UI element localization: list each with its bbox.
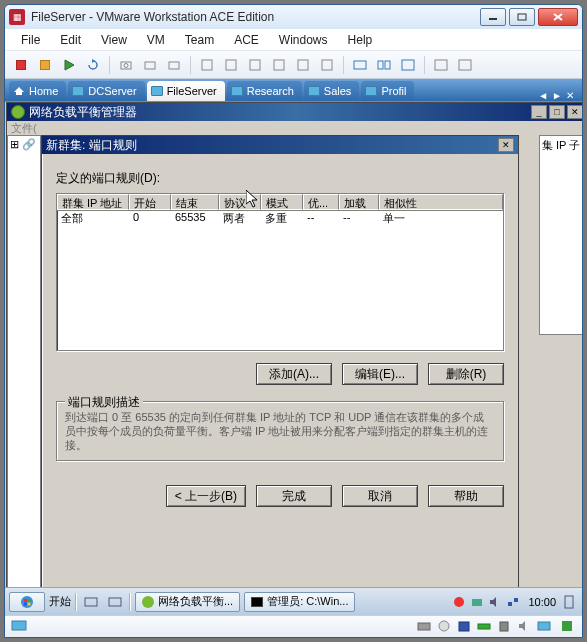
- svg-rect-28: [85, 598, 97, 606]
- device-usb-icon[interactable]: [496, 619, 512, 635]
- svg-rect-13: [274, 60, 284, 70]
- edit-button[interactable]: 编辑(E)...: [342, 363, 418, 385]
- t6-button[interactable]: [317, 55, 337, 75]
- t1-button[interactable]: [197, 55, 217, 75]
- show-desktop-button[interactable]: [564, 595, 578, 609]
- tab-home[interactable]: Home: [9, 81, 66, 101]
- vm-running-icon: [560, 619, 576, 635]
- nlb-maximize-button[interactable]: □: [549, 105, 565, 119]
- quick-launch-1[interactable]: [81, 592, 101, 612]
- finish-button[interactable]: 完成: [256, 485, 332, 507]
- quick-launch-2[interactable]: [105, 592, 125, 612]
- v1-button[interactable]: [350, 55, 370, 75]
- col-protocol[interactable]: 协议: [219, 194, 261, 210]
- device-floppy-icon[interactable]: [456, 619, 472, 635]
- table-row[interactable]: 全部 0 65535 两者 多重 -- -- 单一: [57, 211, 503, 226]
- device-display-icon[interactable]: [536, 619, 552, 635]
- nlb-manager-window: 网络负载平衡管理器 _ □ ✕ 文件( ⊞ 🔗 集 IP 子 日志项 新群集: …: [6, 102, 582, 615]
- device-nic-icon[interactable]: [476, 619, 492, 635]
- menu-help[interactable]: Help: [340, 31, 381, 49]
- monitor-icon: [308, 86, 320, 96]
- power-off-button[interactable]: [11, 55, 31, 75]
- add-button[interactable]: 添加(A)...: [256, 363, 332, 385]
- svg-rect-34: [514, 598, 518, 602]
- vmware-icon: ▦: [9, 9, 25, 25]
- cancel-button[interactable]: 取消: [342, 485, 418, 507]
- separator: [75, 593, 77, 611]
- fullscreen-button[interactable]: [398, 55, 418, 75]
- tab-next[interactable]: ►: [552, 90, 562, 101]
- taskbar-app-cmd[interactable]: 管理员: C:\Win...: [244, 592, 355, 612]
- maximize-button[interactable]: [509, 8, 535, 26]
- tray-icon-2[interactable]: [470, 595, 484, 609]
- separator: [343, 56, 344, 74]
- revert-button[interactable]: [140, 55, 160, 75]
- menu-view[interactable]: View: [93, 31, 135, 49]
- svg-rect-29: [109, 598, 121, 606]
- col-end[interactable]: 结束: [171, 194, 219, 210]
- remove-button[interactable]: 删除(R): [428, 363, 504, 385]
- col-mode[interactable]: 模式: [261, 194, 303, 210]
- nlb-icon: [11, 105, 25, 119]
- nlb-menu-file[interactable]: 文件(: [7, 121, 582, 135]
- t4-button[interactable]: [269, 55, 289, 75]
- v2-button[interactable]: [374, 55, 394, 75]
- nlb-close-button[interactable]: ✕: [567, 105, 582, 119]
- svg-rect-41: [478, 624, 490, 629]
- menu-ace[interactable]: ACE: [226, 31, 267, 49]
- taskbar-app-nlb[interactable]: 网络负载平衡...: [135, 592, 240, 612]
- svg-marker-22: [14, 87, 24, 95]
- svg-rect-10: [202, 60, 212, 70]
- port-rules-list[interactable]: 群集 IP 地址 开始 结束 协议 模式 优... 加载 相似性 全部 0 65…: [56, 193, 504, 351]
- col-start[interactable]: 开始: [129, 194, 171, 210]
- minimize-button[interactable]: [480, 8, 506, 26]
- suspend-button[interactable]: [35, 55, 55, 75]
- svg-marker-32: [490, 597, 496, 607]
- tab-sales[interactable]: Sales: [304, 81, 360, 101]
- svg-rect-44: [538, 622, 550, 630]
- menu-vm[interactable]: VM: [139, 31, 173, 49]
- console-button[interactable]: [455, 55, 475, 75]
- manage-button[interactable]: [164, 55, 184, 75]
- tray-icon-1[interactable]: [452, 595, 466, 609]
- tab-prev[interactable]: ◄: [538, 90, 548, 101]
- reset-button[interactable]: [83, 55, 103, 75]
- tab-dcserver[interactable]: DCServer: [68, 81, 144, 101]
- tab-research[interactable]: Research: [227, 81, 302, 101]
- t3-button[interactable]: [245, 55, 265, 75]
- menu-windows[interactable]: Windows: [271, 31, 336, 49]
- tray-volume-icon[interactable]: [488, 595, 502, 609]
- t5-button[interactable]: [293, 55, 313, 75]
- help-button[interactable]: 帮助: [428, 485, 504, 507]
- power-on-button[interactable]: [59, 55, 79, 75]
- unity-button[interactable]: [431, 55, 451, 75]
- svg-point-7: [124, 63, 128, 67]
- svg-rect-16: [354, 61, 366, 69]
- tab-close[interactable]: ✕: [566, 90, 574, 101]
- col-affinity[interactable]: 相似性: [379, 194, 503, 210]
- close-button[interactable]: [538, 8, 578, 26]
- snapshot-button[interactable]: [116, 55, 136, 75]
- col-priority[interactable]: 优...: [303, 194, 339, 210]
- col-load[interactable]: 加载: [339, 194, 379, 210]
- tray-network-icon[interactable]: [506, 595, 520, 609]
- dialog-close-button[interactable]: ✕: [498, 138, 514, 152]
- device-cd-icon[interactable]: [436, 619, 452, 635]
- taskbar-clock[interactable]: 10:00: [524, 596, 560, 608]
- svg-rect-31: [472, 599, 482, 606]
- svg-rect-40: [459, 622, 469, 631]
- col-cluster-ip[interactable]: 群集 IP 地址: [57, 194, 129, 210]
- nlb-minimize-button[interactable]: _: [531, 105, 547, 119]
- start-button[interactable]: [9, 592, 45, 612]
- svg-rect-26: [24, 602, 27, 605]
- back-button[interactable]: < 上一步(B): [166, 485, 246, 507]
- tab-fileserver[interactable]: FileServer: [147, 81, 225, 101]
- menu-team[interactable]: Team: [177, 31, 222, 49]
- device-hdd-icon[interactable]: [416, 619, 432, 635]
- t2-button[interactable]: [221, 55, 241, 75]
- tab-profil[interactable]: Profil: [361, 81, 414, 101]
- menu-file[interactable]: File: [13, 31, 48, 49]
- tree-panel[interactable]: ⊞ 🔗: [7, 135, 41, 615]
- device-sound-icon[interactable]: [516, 619, 532, 635]
- menu-edit[interactable]: Edit: [52, 31, 89, 49]
